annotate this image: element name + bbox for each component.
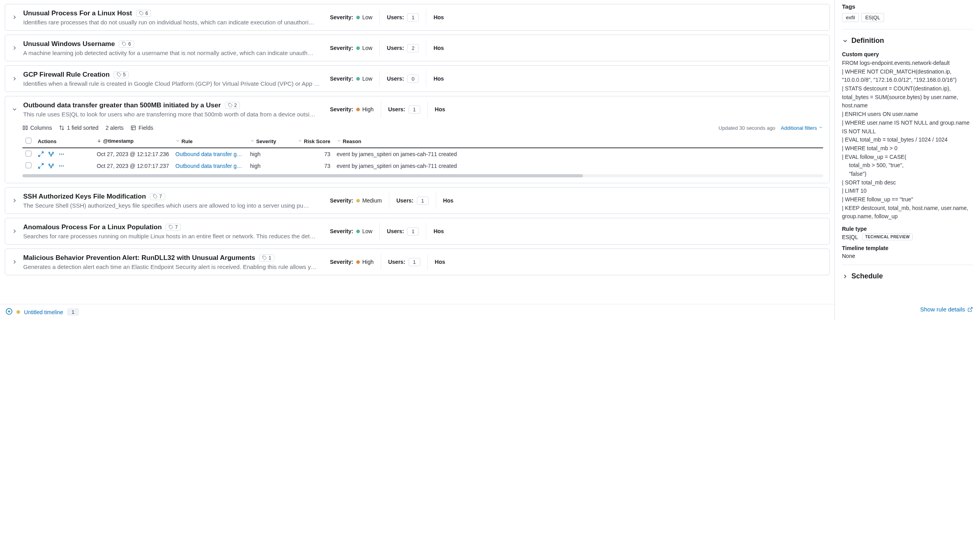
columns-button[interactable]: Columns [22, 125, 52, 131]
rule-tag-count[interactable]: 1 [259, 254, 274, 261]
cell-rule[interactable]: Outbound data transfer gre… [172, 160, 247, 172]
severity-value: Low [362, 228, 372, 234]
users-count: 1 [407, 13, 419, 22]
schedule-accordion-header[interactable]: Schedule [842, 271, 973, 282]
svg-point-17 [63, 154, 64, 155]
severity-value: Low [362, 14, 372, 20]
hosts-label: Hos [433, 228, 444, 234]
timeline-template-label: Timeline template [842, 245, 973, 251]
col-reason[interactable]: Reason [333, 135, 823, 148]
col-timestamp[interactable]: @timestamp [94, 135, 172, 148]
rule-card: GCP Firewall Rule Creation5Identifies wh… [5, 65, 830, 92]
rule-title[interactable]: SSH Authorized Keys File Modification [23, 193, 146, 201]
rule-card: Anomalous Process For a Linux Population… [5, 218, 830, 245]
hosts-label: Hos [433, 45, 444, 51]
rule-title[interactable]: Anomalous Process For a Linux Population [23, 223, 162, 231]
cell-timestamp: Oct 27, 2023 @ 12:07:17.237 [94, 160, 172, 172]
chevron-right-icon[interactable] [11, 259, 18, 265]
svg-point-22 [52, 164, 53, 165]
rule-tag-count[interactable]: 7 [150, 193, 165, 200]
rule-tag-count[interactable]: 6 [119, 41, 134, 48]
users-label: Users: [387, 14, 404, 20]
chevron-right-icon[interactable] [11, 197, 18, 204]
severity-dot [356, 46, 360, 50]
svg-point-21 [51, 167, 52, 168]
cell-timestamp: Oct 27, 2023 @ 12:12:17.236 [94, 148, 172, 160]
row-checkbox[interactable] [22, 160, 35, 172]
hosts-label: Hos [435, 106, 445, 112]
svg-line-32 [970, 307, 972, 309]
rule-description: This rule uses ES|QL to look for users w… [23, 111, 321, 118]
svg-point-16 [61, 154, 62, 155]
timeline-name-link[interactable]: Untitled timeline [24, 309, 63, 315]
rule-details-flyout: Tags exfilES|QL Definition Custom query … [834, 0, 980, 320]
svg-point-15 [59, 154, 60, 155]
expand-alert-icon[interactable] [38, 151, 44, 157]
users-count: 2 [407, 44, 419, 52]
cell-severity: high [247, 160, 290, 172]
rule-tag-count[interactable]: 2 [225, 102, 240, 109]
rule-tag-count[interactable]: 5 [114, 71, 129, 78]
severity-dot [356, 108, 360, 111]
svg-point-25 [63, 166, 64, 167]
svg-line-11 [39, 155, 41, 157]
show-rule-details-link[interactable]: Show rule details [920, 306, 973, 313]
cell-rule[interactable]: Outbound data transfer gre… [172, 148, 247, 160]
rule-title[interactable]: Unusual Process For a Linux Host [23, 9, 132, 17]
add-timeline-button[interactable] [6, 308, 13, 316]
severity-dot [356, 230, 360, 233]
rule-tag-count[interactable]: 6 [136, 10, 151, 17]
analyze-alert-icon[interactable] [48, 151, 54, 157]
chevron-right-icon [842, 273, 848, 280]
rule-card: Outbound data transfer greater than 500M… [5, 96, 830, 183]
rule-title[interactable]: Malicious Behavior Prevention Alert: Run… [23, 254, 255, 262]
tags-container: exfilES|QL [842, 13, 973, 24]
table-row: Oct 27, 2023 @ 12:07:17.237Outbound data… [22, 160, 823, 172]
tag-pill[interactable]: ES|QL [861, 13, 884, 22]
hosts-label: Hos [435, 259, 445, 265]
additional-filters-button[interactable]: Additional filters [781, 125, 823, 131]
chevron-right-icon[interactable] [11, 45, 18, 51]
col-rule[interactable]: Rule [172, 135, 247, 148]
severity-label: Severity: [330, 45, 353, 51]
expand-alert-icon[interactable] [38, 163, 44, 169]
chevron-right-icon[interactable] [11, 14, 18, 20]
severity-value: High [362, 106, 374, 112]
select-all-checkbox[interactable] [22, 135, 35, 148]
rule-title[interactable]: Outbound data transfer greater than 500M… [23, 101, 221, 109]
horizontal-scrollbar[interactable] [22, 174, 823, 177]
rule-description: Identifies rare processes that do not us… [23, 19, 321, 26]
definition-accordion-header[interactable]: Definition [842, 35, 973, 46]
svg-point-23 [59, 166, 60, 167]
col-risk-score[interactable]: Risk Score [290, 135, 333, 148]
more-actions-icon[interactable] [58, 163, 64, 169]
rule-card: Unusual Process For a Linux Host6Identif… [5, 4, 830, 31]
cell-risk-score: 73 [290, 148, 333, 160]
tag-pill[interactable]: exfil [842, 13, 859, 22]
col-severity[interactable]: Severity [247, 135, 290, 148]
rule-title[interactable]: GCP Firewall Rule Creation [23, 71, 110, 79]
svg-point-13 [51, 155, 52, 157]
technical-preview-badge: TECHNICAL PREVIEW [862, 234, 913, 240]
users-label: Users: [387, 75, 404, 82]
rule-tag-count[interactable]: 7 [166, 224, 181, 231]
cell-reason: event by james_spiteri on james-cah-711 … [333, 148, 823, 160]
sort-fields-button[interactable]: 1 field sorted [59, 125, 98, 131]
svg-line-19 [39, 166, 41, 168]
rule-description: A machine learning job detected activity… [23, 50, 321, 56]
rule-card: Malicious Behavior Prevention Alert: Run… [5, 249, 830, 275]
severity-dot [356, 199, 360, 203]
chevron-down-icon[interactable] [11, 106, 18, 112]
analyze-alert-icon[interactable] [48, 163, 54, 169]
svg-point-20 [49, 164, 50, 165]
chevron-right-icon[interactable] [11, 228, 18, 234]
fields-button[interactable]: Fields [131, 125, 153, 131]
more-actions-icon[interactable] [58, 151, 64, 157]
popout-icon [967, 307, 973, 312]
svg-point-24 [61, 166, 62, 167]
cell-severity: high [247, 148, 290, 160]
rule-title[interactable]: Unusual Windows Username [23, 40, 115, 48]
row-checkbox[interactable] [22, 148, 35, 160]
chevron-right-icon[interactable] [11, 75, 18, 82]
rule-expanded-region: Columns 1 field sorted2 alerts FieldsUpd… [5, 122, 829, 183]
